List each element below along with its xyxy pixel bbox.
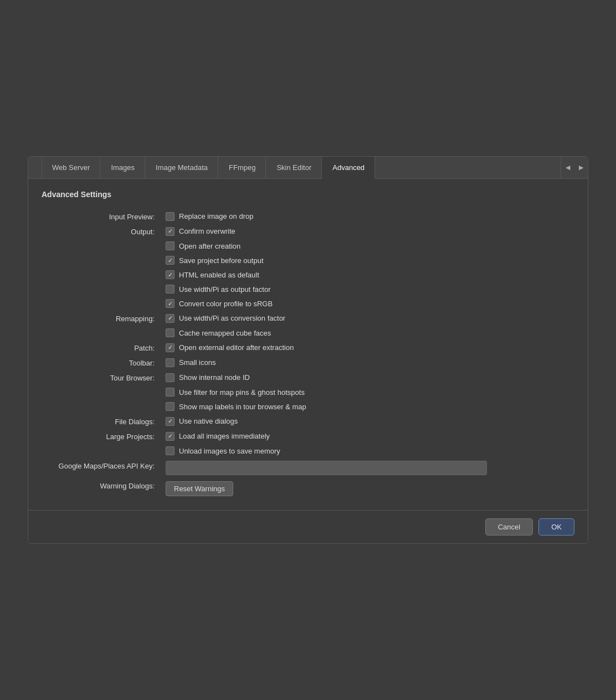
input-preview-controls: Replace image on drop: [163, 209, 574, 224]
convert-color-profile-checkbox[interactable]: ✓ Convert color profile to sRGB: [166, 299, 572, 308]
large-projects-row-2: Unload images to save memory: [42, 444, 574, 458]
google-maps-label: Google Maps/Places API Key:: [42, 458, 163, 478]
show-internal-node-id-label: Show internal node ID: [179, 373, 250, 382]
use-native-dialogs-checkbox[interactable]: ✓ Use native dialogs: [166, 417, 572, 426]
save-project-before-output-box: ✓: [166, 256, 174, 265]
output-row-3: ✓ Save project before output: [42, 253, 574, 267]
open-after-creation-checkbox[interactable]: Open after creation: [166, 241, 572, 250]
section-title: Advanced Settings: [42, 190, 574, 199]
ok-button[interactable]: OK: [538, 518, 574, 536]
footer: Cancel OK: [28, 510, 588, 543]
use-width-pi-output-box: [166, 285, 174, 294]
tab-advanced[interactable]: Advanced: [322, 157, 375, 179]
tab-images[interactable]: Images: [100, 157, 145, 178]
cache-remapped-cube-faces-label: Cache remapped cube faces: [179, 329, 271, 337]
patch-label: Patch:: [42, 340, 163, 355]
input-preview-label: Input Preview:: [42, 209, 163, 224]
output-row-2: Open after creation: [42, 239, 574, 253]
tab-bar: Web Server Images Image Metadata FFmpeg …: [28, 157, 588, 179]
output-row-5: Use width/Pi as output factor: [42, 282, 574, 296]
small-icons-checkbox[interactable]: Small icons: [166, 358, 572, 367]
tab-image-metadata[interactable]: Image Metadata: [145, 157, 218, 178]
show-map-labels-label: Show map labels in tour browser & map: [179, 403, 306, 411]
show-internal-node-id-box: [166, 373, 174, 382]
open-after-creation-box: [166, 241, 174, 250]
google-maps-api-key-input[interactable]: [166, 461, 487, 475]
open-external-editor-checkbox[interactable]: ✓ Open external editor after extraction: [166, 343, 572, 352]
toolbar-label: Toolbar:: [42, 355, 163, 370]
use-width-pi-output-label: Use width/Pi as output factor: [179, 285, 270, 294]
save-project-before-output-label: Save project before output: [179, 256, 264, 265]
tour-browser-row-3: Show map labels in tour browser & map: [42, 399, 574, 414]
convert-color-profile-label: Convert color profile to sRGB: [179, 300, 273, 308]
use-width-pi-conversion-box: ✓: [166, 314, 174, 323]
use-width-pi-conversion-label: Use width/Pi as conversion factor: [179, 314, 285, 322]
convert-color-profile-box: ✓: [166, 299, 174, 308]
warning-dialogs-row: Warning Dialogs: Reset Warnings: [42, 478, 574, 499]
load-all-images-box: ✓: [166, 432, 174, 441]
dialog: Web Server Images Image Metadata FFmpeg …: [28, 156, 588, 544]
toolbar-row: Toolbar: Small icons: [42, 355, 574, 370]
tab-prev-button[interactable]: ◀: [561, 157, 574, 178]
tab-web-server[interactable]: Web Server: [42, 157, 100, 178]
show-map-labels-box: [166, 402, 174, 411]
tour-browser-row: Tour Browser: Show internal node ID: [42, 370, 574, 385]
remapping-label: Remapping:: [42, 311, 163, 326]
remapping-row-2: Cache remapped cube faces: [42, 326, 574, 340]
replace-image-on-drop-box: [166, 212, 174, 221]
small-icons-label: Small icons: [179, 358, 215, 367]
show-map-labels-checkbox[interactable]: Show map labels in tour browser & map: [166, 402, 572, 411]
tab-skin-editor[interactable]: Skin Editor: [266, 157, 322, 178]
file-dialogs-row: File Dialogs: ✓ Use native dialogs: [42, 414, 574, 429]
replace-image-on-drop-label: Replace image on drop: [179, 212, 253, 220]
use-filter-map-pins-label: Use filter for map pins & ghost hotspots: [179, 388, 305, 397]
output-row-4: ✓ HTML enabled as default: [42, 267, 574, 282]
output-controls: ✓ Confirm overwrite: [163, 224, 574, 239]
output-label: Output:: [42, 224, 163, 239]
use-native-dialogs-label: Use native dialogs: [179, 417, 238, 425]
use-filter-map-pins-checkbox[interactable]: Use filter for map pins & ghost hotspots: [166, 388, 572, 397]
content-area: Advanced Settings Input Preview: Replace…: [28, 179, 588, 510]
tour-browser-label: Tour Browser:: [42, 370, 163, 385]
load-all-images-label: Load all images immediately: [179, 432, 270, 440]
open-external-editor-label: Open external editor after extraction: [179, 343, 294, 352]
tour-browser-row-2: Use filter for map pins & ghost hotspots: [42, 385, 574, 399]
unload-images-box: [166, 446, 174, 455]
google-maps-row: Google Maps/Places API Key:: [42, 458, 574, 478]
file-dialogs-label: File Dialogs:: [42, 414, 163, 429]
use-native-dialogs-box: ✓: [166, 417, 174, 426]
html-enabled-as-default-checkbox[interactable]: ✓ HTML enabled as default: [166, 270, 572, 279]
tab-ffmpeg[interactable]: FFmpeg: [218, 157, 266, 178]
settings-table: Input Preview: Replace image on drop Out…: [42, 209, 574, 499]
reset-warnings-button[interactable]: Reset Warnings: [166, 481, 233, 496]
input-preview-row: Input Preview: Replace image on drop: [42, 209, 574, 224]
save-project-before-output-checkbox[interactable]: ✓ Save project before output: [166, 256, 572, 265]
open-external-editor-box: ✓: [166, 343, 174, 352]
use-width-pi-output-checkbox[interactable]: Use width/Pi as output factor: [166, 285, 572, 294]
html-enabled-as-default-label: HTML enabled as default: [179, 271, 259, 279]
confirm-overwrite-label: Confirm overwrite: [179, 227, 235, 235]
replace-image-on-drop-checkbox[interactable]: Replace image on drop: [166, 212, 572, 221]
warning-dialogs-label: Warning Dialogs:: [42, 478, 163, 499]
use-width-pi-conversion-checkbox[interactable]: ✓ Use width/Pi as conversion factor: [166, 314, 572, 323]
remapping-row: Remapping: ✓ Use width/Pi as conversion …: [42, 311, 574, 326]
output-row-6: ✓ Convert color profile to sRGB: [42, 296, 574, 311]
unload-images-checkbox[interactable]: Unload images to save memory: [166, 446, 572, 455]
open-after-creation-label: Open after creation: [179, 242, 240, 250]
tab-nav: ◀ ▶: [561, 157, 588, 178]
tab-next-button[interactable]: ▶: [574, 157, 588, 178]
html-enabled-as-default-box: ✓: [166, 270, 174, 279]
show-internal-node-id-checkbox[interactable]: Show internal node ID: [166, 373, 572, 382]
confirm-overwrite-box: ✓: [166, 227, 174, 236]
cache-remapped-cube-faces-box: [166, 328, 174, 337]
use-filter-map-pins-box: [166, 388, 174, 397]
patch-row: Patch: ✓ Open external editor after extr…: [42, 340, 574, 355]
output-row: Output: ✓ Confirm overwrite: [42, 224, 574, 239]
cancel-button[interactable]: Cancel: [485, 518, 533, 536]
load-all-images-checkbox[interactable]: ✓ Load all images immediately: [166, 432, 572, 441]
confirm-overwrite-checkbox[interactable]: ✓ Confirm overwrite: [166, 227, 572, 236]
unload-images-label: Unload images to save memory: [179, 447, 280, 455]
cache-remapped-cube-faces-checkbox[interactable]: Cache remapped cube faces: [166, 328, 572, 337]
large-projects-label: Large Projects:: [42, 429, 163, 444]
large-projects-row: Large Projects: ✓ Load all images immedi…: [42, 429, 574, 444]
